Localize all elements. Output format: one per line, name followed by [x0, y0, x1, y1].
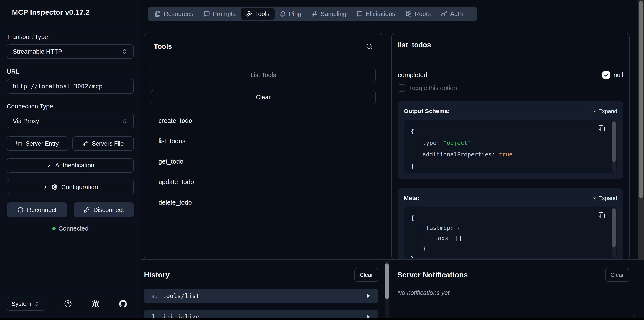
toggle-label: Toggle this option — [409, 85, 457, 92]
tab-sampling[interactable]: Sampling — [306, 8, 352, 20]
bug-report-button[interactable] — [92, 300, 100, 308]
configuration-button[interactable]: Configuration — [7, 180, 134, 194]
play-icon — [366, 293, 371, 298]
tab-auth[interactable]: Auth — [436, 8, 468, 20]
history-list: 2. tools/list 1. initialize — [144, 289, 378, 320]
tools-search-button[interactable] — [366, 43, 373, 50]
tool-list: create_todo list_todos get_todo update_t… — [151, 116, 376, 207]
meta-scrollbar-thumb[interactable] — [612, 208, 616, 247]
connection-type-label: Connection Type — [7, 103, 134, 110]
transport-type-select[interactable]: Streamable HTTP — [7, 44, 134, 59]
copy-icon — [598, 212, 605, 219]
message-square-icon — [204, 11, 210, 17]
meta-label: Meta: — [404, 195, 419, 202]
authentication-label: Authentication — [55, 162, 94, 169]
list-tools-button[interactable]: List Tools — [151, 68, 376, 82]
reconnect-button[interactable]: Reconnect — [7, 202, 67, 217]
tab-tools[interactable]: Tools — [241, 8, 275, 20]
tab-resources[interactable]: Resources — [150, 8, 198, 20]
transport-type-value: Streamable HTTP — [13, 48, 62, 55]
history-title: History — [144, 270, 170, 279]
chevron-down-icon — [592, 196, 596, 200]
sidebar-header: MCP Inspector v0.17.2 — [0, 0, 140, 25]
schema-scrollbar[interactable] — [612, 121, 616, 172]
tool-item-get-todo[interactable]: get_todo — [158, 157, 376, 166]
code-token: type — [422, 140, 436, 146]
search-icon — [366, 43, 373, 50]
url-label: URL — [7, 68, 134, 75]
chevrons-up-down-icon — [34, 301, 40, 306]
detail-panel-scrollbar[interactable] — [638, 0, 644, 259]
meta-section: Meta: Expand { _fastmcp: { tags: [] — [398, 188, 623, 260]
tool-detail-body: completed null Toggle this option Out — [392, 71, 629, 260]
meta-header: Meta: Expand — [404, 193, 617, 203]
mcp-inspector-app: MCP Inspector v0.17.2 Transport Type Str… — [0, 0, 644, 320]
help-button[interactable] — [64, 300, 72, 308]
output-schema-code-block: { type: "object" additionalProperties: t… — [404, 120, 617, 173]
meta-scrollbar[interactable] — [612, 208, 616, 257]
meta-code-block: { _fastmcp: { tags: [] } } — [404, 207, 617, 258]
output-schema-expand-button[interactable]: Expand — [592, 108, 617, 115]
url-input[interactable]: http://localhost:3002/mcp — [7, 79, 134, 94]
copy-meta-button[interactable] — [598, 212, 605, 219]
connection-type-select[interactable]: Via Proxy — [7, 114, 134, 128]
server-notifications-title: Server Notifications — [398, 270, 468, 279]
notifications-clear-button[interactable]: Clear — [605, 268, 629, 282]
url-value: http://localhost:3002/mcp — [13, 83, 102, 90]
param-null-control: null — [602, 71, 623, 79]
server-entry-button[interactable]: Server Entry — [7, 136, 68, 151]
rotate-ccw-icon — [17, 207, 24, 213]
param-name: completed — [398, 71, 427, 79]
code-token: tags — [434, 235, 448, 241]
tab-ping[interactable]: Ping — [274, 8, 306, 20]
tool-item-list-todos[interactable]: list_todos — [158, 137, 376, 145]
chevrons-up-down-icon — [122, 48, 128, 55]
clear-tools-button[interactable]: Clear — [151, 90, 376, 104]
configuration-label: Configuration — [61, 184, 98, 191]
output-schema-label: Output Schema: — [404, 108, 450, 115]
connection-actions-row: Reconnect Disconnect — [7, 202, 134, 217]
copy-schema-button[interactable] — [598, 125, 605, 132]
theme-value: System — [12, 300, 31, 307]
history-clear-button[interactable]: Clear — [354, 268, 378, 282]
detail-panel-scrollbar-thumb[interactable] — [639, 1, 643, 198]
code-token: [] — [455, 235, 462, 241]
tab-roots[interactable]: Roots — [400, 8, 436, 20]
toggle-checkbox[interactable] — [398, 84, 405, 92]
disconnect-label: Disconnect — [93, 206, 124, 213]
tool-item-create-todo[interactable]: create_todo — [158, 116, 376, 125]
tools-panel-header: Tools — [144, 33, 382, 60]
expand-label: Expand — [598, 195, 617, 202]
param-row-completed: completed null — [398, 71, 623, 79]
history-scrollbar[interactable] — [384, 261, 389, 320]
copy-icon — [598, 125, 605, 132]
code-token: { — [410, 214, 414, 221]
tool-item-update-todo[interactable]: update_todo — [158, 178, 376, 186]
copy-icon — [16, 141, 22, 147]
tool-item-delete-todo[interactable]: delete_todo — [158, 198, 376, 207]
main-tabbar: Resources Prompts Tools Ping Sampling El… — [148, 7, 477, 21]
toggle-option-row: Toggle this option — [398, 84, 623, 92]
servers-file-button[interactable]: Servers File — [72, 136, 134, 151]
authentication-button[interactable]: Authentication — [7, 158, 134, 173]
github-button[interactable] — [119, 300, 127, 308]
tab-label: Resources — [164, 11, 193, 18]
schema-scrollbar-thumb[interactable] — [612, 121, 616, 162]
null-checkbox[interactable] — [602, 71, 610, 79]
files-icon — [154, 11, 161, 17]
history-scrollbar-thumb[interactable] — [385, 263, 389, 299]
code-token: : — [450, 225, 457, 231]
github-icon — [119, 300, 127, 308]
output-schema-header: Output Schema: Expand — [404, 107, 617, 116]
app-title: MCP Inspector v0.17.2 — [12, 8, 90, 17]
meta-expand-button[interactable]: Expand — [592, 195, 617, 202]
bug-icon — [92, 300, 100, 308]
tab-elicitations[interactable]: Elicitations — [352, 8, 400, 20]
history-item-tools-list[interactable]: 2. tools/list — [144, 289, 378, 303]
tab-prompts[interactable]: Prompts — [198, 8, 241, 20]
bell-icon — [280, 11, 286, 17]
disconnect-button[interactable]: Disconnect — [74, 202, 134, 217]
theme-select[interactable]: System — [7, 297, 44, 311]
server-notifications-panel: Server Notifications Clear No notificati… — [391, 260, 635, 318]
history-panel: History Clear 2. tools/list 1. initializ… — [144, 260, 378, 320]
